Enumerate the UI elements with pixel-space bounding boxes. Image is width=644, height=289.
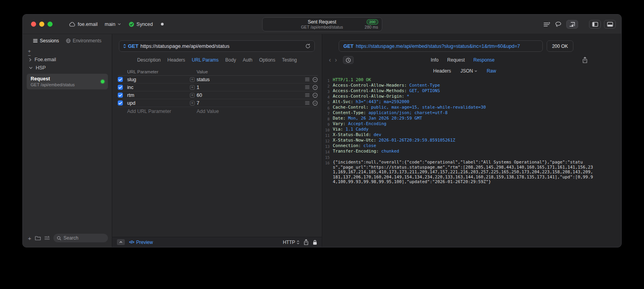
- equals-type-icon[interactable]: =: [190, 77, 195, 82]
- minimize-window-button[interactable]: [39, 22, 44, 27]
- tab-description[interactable]: Description: [137, 57, 161, 63]
- add-param-name-input[interactable]: Add URL Parameter: [127, 109, 190, 114]
- remove-param-icon[interactable]: [312, 100, 318, 106]
- branch-selector[interactable]: main: [105, 22, 121, 27]
- new-folder-icon[interactable]: [35, 236, 41, 240]
- equals-type-icon[interactable]: =: [190, 85, 195, 90]
- tab-headers[interactable]: Headers: [167, 57, 185, 63]
- tab-testing[interactable]: Testing: [282, 57, 297, 63]
- line-number: 16: [324, 160, 330, 185]
- line-text: Via: 1.1 Caddy: [333, 127, 594, 133]
- param-enabled-checkbox[interactable]: [118, 85, 123, 90]
- remove-param-icon[interactable]: [312, 85, 318, 90]
- share-icon[interactable]: [304, 239, 308, 245]
- param-value-input[interactable]: 1: [197, 85, 199, 90]
- request-status-pill[interactable]: Sent Request 200 GET /api/embed/status 2…: [262, 17, 382, 31]
- list-options-icon[interactable]: [44, 236, 50, 240]
- tab-request[interactable]: Request: [447, 57, 465, 63]
- sidebar-bottom-bar: + Search: [27, 234, 108, 242]
- remove-param-icon[interactable]: [312, 93, 318, 98]
- preview-button[interactable]: </> Preview: [129, 240, 153, 245]
- toggle-bottom-panel-icon[interactable]: [604, 20, 616, 29]
- param-value-input[interactable]: 7: [197, 100, 199, 106]
- param-enabled-checkbox[interactable]: [118, 100, 123, 105]
- param-enabled-checkbox[interactable]: [118, 77, 123, 82]
- response-status: 200 OK: [552, 44, 568, 49]
- param-enabled-checkbox[interactable]: [118, 93, 123, 98]
- request-method[interactable]: GET: [128, 43, 139, 49]
- history-clock-icon[interactable]: [343, 56, 354, 64]
- zoom-window-button[interactable]: [47, 22, 53, 27]
- param-name-input[interactable]: slug: [127, 77, 190, 82]
- remove-session-button[interactable]: −: [28, 53, 31, 58]
- sidebar-search-input[interactable]: Search: [53, 234, 108, 242]
- param-name-input[interactable]: rtm: [127, 93, 190, 98]
- tab-url-params[interactable]: URL Params: [192, 57, 219, 63]
- equals-type-icon[interactable]: =: [190, 101, 195, 105]
- response-subtabs: Headers JSON Raw: [315, 68, 614, 74]
- export-share-icon[interactable]: [582, 57, 587, 63]
- history-back-icon[interactable]: ‹: [327, 57, 333, 63]
- tree-item-foe-email[interactable]: Foe.email: [27, 56, 108, 63]
- sidebar: Sessions Environments + −: [23, 34, 112, 247]
- tab-options[interactable]: Options: [259, 57, 275, 63]
- request-item-title: Request: [31, 76, 104, 82]
- protocol-selector[interactable]: HTTP: [283, 240, 299, 245]
- subtab-headers[interactable]: Headers: [433, 68, 451, 74]
- import-export-icon[interactable]: [543, 22, 550, 27]
- line-number: 6: [324, 105, 330, 111]
- request-url-input[interactable]: https://statuspage.me/api/embed/status: [140, 43, 303, 49]
- response-request-url[interactable]: GET https://statuspage.me/api/embed/stat…: [339, 40, 543, 52]
- history-forward-icon[interactable]: ›: [333, 57, 339, 63]
- tab-sessions-label: Sessions: [40, 38, 59, 44]
- subtab-json[interactable]: JSON: [460, 68, 477, 74]
- new-request-button[interactable]: +: [28, 235, 31, 241]
- tab-auth[interactable]: Auth: [243, 57, 252, 63]
- tab-environments[interactable]: Environments: [66, 38, 101, 44]
- tab-response[interactable]: Response: [473, 57, 494, 63]
- request-success-dot: [101, 80, 104, 84]
- request-url-bar[interactable]: GET https://statuspage.me/api/embed/stat…: [119, 40, 315, 52]
- reorder-handle-icon[interactable]: [305, 93, 310, 97]
- resend-refresh-icon[interactable]: [305, 44, 310, 49]
- param-row-rtm: rtm =60: [118, 91, 318, 99]
- lasso-icon[interactable]: [555, 22, 562, 27]
- equals-type-icon[interactable]: =: [190, 93, 195, 98]
- line-number: 8: [324, 116, 330, 122]
- tab-info[interactable]: Info: [431, 57, 439, 63]
- param-value-input[interactable]: status: [197, 77, 210, 82]
- import-request-icon[interactable]: [566, 20, 578, 29]
- reorder-handle-icon[interactable]: [305, 85, 310, 89]
- param-name-input[interactable]: upd: [127, 100, 190, 106]
- reorder-handle-icon[interactable]: [305, 78, 310, 81]
- toolbar-right-icons: [543, 15, 616, 34]
- add-param-value-input[interactable]: Add Value: [197, 109, 219, 114]
- subtab-headers-label: Headers: [433, 68, 451, 74]
- sync-status[interactable]: Synced: [129, 22, 153, 27]
- project-menu[interactable]: foe.email: [69, 22, 98, 27]
- param-value-input[interactable]: 60: [197, 93, 202, 98]
- collapse-editor-icon[interactable]: [117, 239, 125, 245]
- tab-sessions[interactable]: Sessions: [33, 38, 59, 44]
- close-window-button[interactable]: [31, 22, 36, 27]
- line-number: 10: [324, 127, 330, 133]
- url-params-table: URL Parameter Value slug =status: [118, 68, 318, 116]
- sidebar-request-item[interactable]: Request GET /api/embed/status: [27, 74, 108, 89]
- toggle-sidebar-icon[interactable]: [589, 20, 601, 29]
- protocol-label: HTTP: [283, 240, 295, 245]
- line-number: 15: [324, 154, 330, 160]
- column-header-url-parameter: URL Parameter: [127, 69, 190, 74]
- search-placeholder: Search: [64, 235, 78, 241]
- response-raw-line: 15: [324, 154, 594, 160]
- response-raw-view[interactable]: 1HTTP/1.1 200 OK2Access-Control-Allow-He…: [322, 78, 621, 247]
- tab-body[interactable]: Body: [225, 57, 236, 63]
- tree-item-hsp[interactable]: HSP: [27, 64, 108, 71]
- param-name-input[interactable]: inc: [127, 85, 190, 90]
- response-tabs: Info Request Response: [431, 57, 495, 63]
- reorder-handle-icon[interactable]: [305, 101, 310, 105]
- response-status-box: 200 OK: [547, 40, 573, 52]
- subtab-raw[interactable]: Raw: [487, 68, 496, 74]
- line-text: Access-Control-Allow-Methods: GET, OPTIO…: [333, 89, 594, 94]
- lock-icon[interactable]: [313, 240, 317, 245]
- remove-param-icon[interactable]: [312, 77, 318, 82]
